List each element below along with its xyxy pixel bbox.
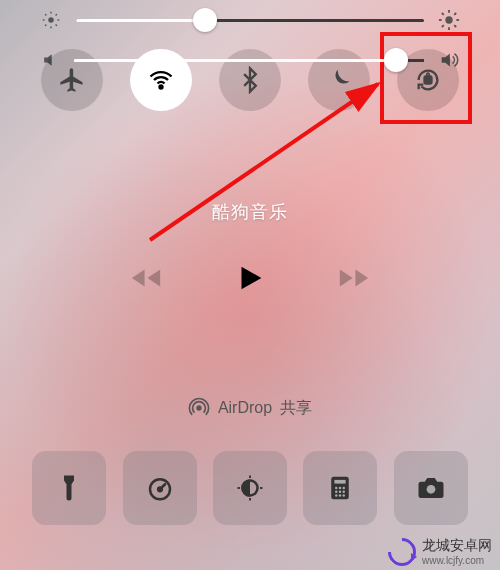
airdrop-button[interactable]: AirDrop 共享 <box>0 388 500 428</box>
svg-point-22 <box>158 487 162 491</box>
flashlight-shortcut[interactable] <box>32 451 106 525</box>
brightness-track[interactable] <box>76 19 424 22</box>
night-shift-shortcut[interactable] <box>213 451 287 525</box>
svg-point-30 <box>335 487 338 490</box>
rewind-icon <box>129 261 163 295</box>
previous-track-button[interactable] <box>129 261 163 299</box>
svg-point-37 <box>339 494 342 497</box>
svg-point-33 <box>335 491 338 494</box>
svg-point-39 <box>426 485 435 494</box>
svg-rect-1 <box>424 77 431 84</box>
camera-shortcut[interactable] <box>394 451 468 525</box>
watermark-url: www.lcjfy.com <box>422 555 492 566</box>
calculator-icon <box>325 473 355 503</box>
now-playing-title: 酷狗音乐 <box>0 200 500 224</box>
play-icon <box>233 261 267 295</box>
flashlight-icon <box>54 473 84 503</box>
play-button[interactable] <box>233 261 267 299</box>
svg-point-32 <box>343 487 346 490</box>
fast-forward-icon <box>337 261 371 295</box>
moon-icon <box>325 66 353 94</box>
brightness-thumb[interactable] <box>193 8 217 32</box>
volume-track[interactable] <box>74 59 424 62</box>
svg-point-0 <box>160 85 163 88</box>
airplane-icon <box>58 66 86 94</box>
svg-point-36 <box>335 494 338 497</box>
svg-point-38 <box>343 494 346 497</box>
timer-shortcut[interactable] <box>123 451 197 525</box>
svg-point-34 <box>339 491 342 494</box>
wifi-icon <box>147 66 175 94</box>
bluetooth-icon <box>236 66 264 94</box>
airdrop-prefix: AirDrop <box>218 399 272 417</box>
airdrop-label: 共享 <box>280 398 312 419</box>
calculator-shortcut[interactable] <box>303 451 377 525</box>
svg-point-20 <box>197 406 201 410</box>
volume-thumb[interactable] <box>384 48 408 72</box>
svg-rect-29 <box>335 480 346 484</box>
next-track-button[interactable] <box>337 261 371 299</box>
night-shift-icon <box>235 473 265 503</box>
svg-point-35 <box>343 491 346 494</box>
camera-icon <box>416 473 446 503</box>
airdrop-icon <box>188 397 210 419</box>
svg-point-31 <box>339 487 342 490</box>
rotation-lock-icon <box>414 66 442 94</box>
watermark-logo-icon <box>382 532 422 570</box>
timer-icon <box>145 473 175 503</box>
watermark-site: 龙城安卓网 <box>422 537 492 553</box>
watermark: 龙城安卓网 www.lcjfy.com <box>388 537 492 566</box>
